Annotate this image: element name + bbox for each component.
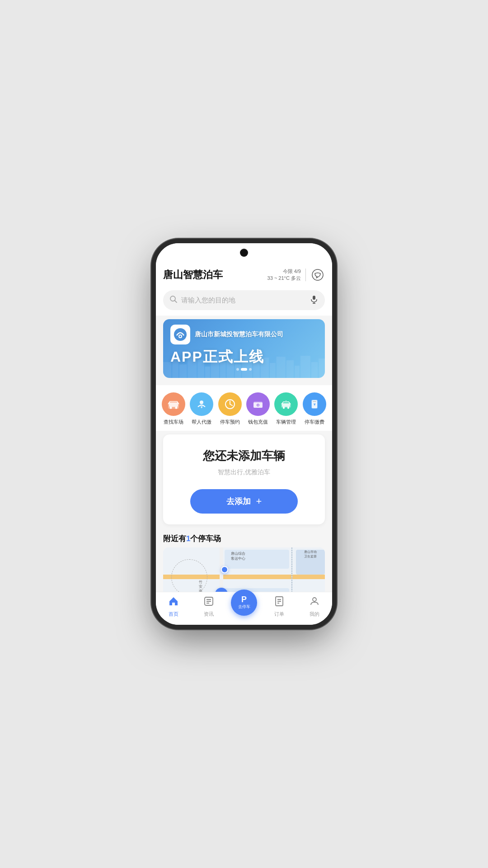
qa-vehicle-mgmt-label: 车辆管理: [276, 419, 296, 425]
qa-vehicle-mgmt-icon: [274, 392, 298, 416]
voice-icon[interactable]: [310, 295, 319, 306]
svg-line-37: [230, 404, 232, 406]
qa-reserve-label: 停车预约: [220, 419, 240, 425]
quick-actions: 查找车场 ¥ 帮人代缴: [156, 385, 332, 431]
nav-parking-button[interactable]: P 去停车: [231, 590, 257, 616]
banner-logo: [170, 325, 190, 344]
qa-pay-parking[interactable]: ¥ 停车缴费: [302, 392, 327, 425]
svg-text:¥: ¥: [201, 405, 203, 409]
map-label-health: 唐山市动 卫生监督: [299, 550, 322, 559]
nav-home-label: 首页: [169, 611, 178, 618]
nearby-prefix: 附近有: [163, 534, 186, 543]
vehicle-empty-sub: 智慧出行,优雅泊车: [172, 468, 316, 476]
banner-company: 唐山市新城投智慧泊车有限公司: [195, 330, 283, 339]
message-icon[interactable]: [310, 268, 325, 282]
qa-pay-parking-icon: ¥: [303, 392, 326, 416]
qa-pay-parking-label: 停车缴费: [305, 419, 324, 425]
svg-rect-30: [169, 402, 178, 407]
qa-wallet[interactable]: ¥ 钱包充值: [246, 392, 270, 425]
app-title: 唐山智慧泊车: [163, 268, 223, 282]
map-label-transport: 唐山综合 客运中心: [225, 551, 252, 561]
nav-news[interactable]: 资讯: [191, 596, 226, 618]
qa-reserve[interactable]: 停车预约: [218, 392, 242, 425]
svg-rect-3: [313, 296, 315, 300]
map-dashed-circle: [171, 559, 207, 592]
header: 唐山智慧泊车 今限 4/9 33 ~ 21°C 多云: [156, 263, 332, 287]
search-input-wrap[interactable]: 请输入您的目的地: [163, 290, 325, 310]
nearby-section: 附近有1个停车场 唐山综合 客运中心 唐山市动 卫生监督 竹 安 南 路: [156, 528, 332, 592]
map-user-pin: [221, 566, 228, 573]
bottom-nav: 首页 资讯 P 去停车: [156, 592, 332, 625]
add-vehicle-btn-plus: +: [256, 495, 262, 507]
qa-find-lot-label: 查找车场: [164, 419, 183, 425]
svg-point-44: [283, 407, 285, 409]
qa-find-lot-icon: [162, 392, 185, 416]
add-vehicle-btn-label: 去添加: [226, 496, 251, 507]
svg-rect-49: [313, 401, 316, 402]
weather-info: 今限 4/9 33 ~ 21°C 多云: [267, 268, 301, 282]
nav-mine-label: 我的: [310, 611, 319, 618]
mine-icon: [309, 596, 320, 609]
banner-top: 唐山市新城投智慧泊车有限公司: [170, 325, 318, 344]
nearby-suffix: 个停车场: [190, 534, 221, 543]
svg-text:¥: ¥: [314, 402, 316, 406]
nav-news-label: 资讯: [204, 611, 214, 618]
nav-home[interactable]: 首页: [156, 596, 191, 618]
map-block-3: [225, 588, 289, 592]
svg-point-45: [287, 407, 289, 409]
map-road-dashed: [291, 547, 292, 592]
header-right: 今限 4/9 33 ~ 21°C 多云: [267, 268, 325, 282]
parking-p-icon: P: [241, 595, 247, 604]
svg-point-28: [179, 335, 181, 337]
nav-orders-label: 订单: [274, 611, 284, 618]
nearby-title: 附近有1个停车场: [163, 533, 325, 544]
banner-overlay: 唐山市新城投智慧泊车有限公司 APP正式上线: [163, 319, 325, 378]
dot-1: [236, 368, 239, 371]
nav-center: P 去停车: [226, 598, 262, 616]
qa-pay-others[interactable]: ¥ 帮人代缴: [189, 392, 214, 425]
camera-notch: [241, 250, 247, 256]
svg-point-32: [175, 407, 178, 409]
svg-point-58: [313, 598, 316, 601]
orders-icon: [274, 596, 285, 609]
vehicle-card: 您还未添加车辆 智慧出行,优雅泊车 去添加 +: [163, 434, 325, 524]
qa-vehicle-mgmt[interactable]: 车辆管理: [274, 392, 298, 425]
quick-actions-row: 查找车场 ¥ 帮人代缴: [160, 392, 328, 425]
banner-dots: [170, 368, 318, 373]
weather-temp: 33 ~ 21°C 多云: [267, 275, 301, 282]
weather-limit: 今限 4/9: [267, 268, 301, 275]
nav-parking-label: 去停车: [238, 604, 250, 610]
phone-frame: 唐山智慧泊车 今限 4/9 33 ~ 21°C 多云: [156, 243, 332, 625]
nav-orders[interactable]: 订单: [262, 596, 297, 618]
app-content: 唐山智慧泊车 今限 4/9 33 ~ 21°C 多云: [156, 263, 332, 592]
map-bg: 唐山综合 客运中心 唐山市动 卫生监督 竹 安 南 路 P: [163, 547, 325, 592]
search-placeholder: 请输入您的目的地: [181, 296, 306, 305]
qa-wallet-label: 钱包充值: [248, 419, 268, 425]
news-icon: [203, 596, 214, 609]
search-bar: 请输入您的目的地: [156, 287, 332, 316]
dot-2: [241, 368, 247, 371]
banner-main-text: APP正式上线: [170, 347, 318, 367]
svg-line-2: [175, 301, 177, 303]
svg-point-33: [200, 401, 203, 404]
map-container[interactable]: 唐山综合 客运中心 唐山市动 卫生监督 竹 安 南 路 P: [163, 547, 325, 592]
dot-3: [249, 368, 252, 371]
svg-point-31: [170, 407, 172, 409]
svg-point-0: [312, 269, 323, 280]
qa-pay-others-icon: ¥: [190, 392, 213, 416]
nav-mine[interactable]: 我的: [297, 596, 332, 618]
search-icon: [169, 295, 178, 305]
qa-reserve-icon: [218, 392, 242, 416]
add-vehicle-button[interactable]: 去添加 +: [190, 489, 298, 514]
header-divider: [305, 269, 306, 281]
home-icon: [168, 596, 179, 609]
vehicle-empty-title: 您还未添加车辆: [172, 448, 316, 464]
qa-wallet-icon: ¥: [246, 392, 270, 416]
qa-pay-others-label: 帮人代缴: [192, 419, 211, 425]
qa-find-lot[interactable]: 查找车场: [161, 392, 186, 425]
svg-rect-43: [282, 403, 290, 407]
banner[interactable]: 唐山市新城投智慧泊车有限公司 APP正式上线: [163, 319, 325, 378]
